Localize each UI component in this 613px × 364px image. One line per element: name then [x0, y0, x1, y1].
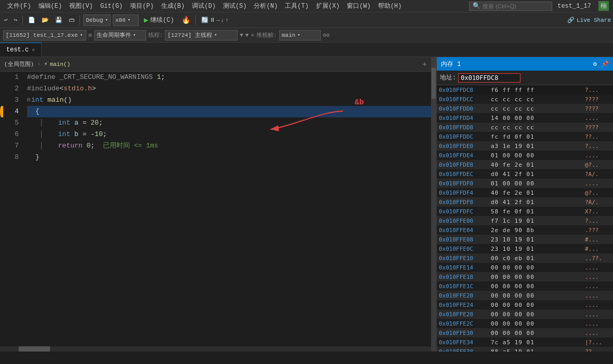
mem-chars: |?...	[585, 339, 611, 346]
toolbar-redo[interactable]: ↪	[12, 16, 20, 24]
mem-chars: .???	[585, 227, 611, 234]
breadcrumb-add-button[interactable]: +	[423, 60, 427, 69]
mem-addr: 0x010FFE24	[439, 302, 491, 308]
menu-git[interactable]: Git(G)	[97, 2, 126, 11]
mem-bytes: f6 ff ff ff	[491, 87, 585, 93]
lifecycle-label: 生命周期事件	[97, 31, 131, 39]
menu-test[interactable]: 测试(S)	[220, 1, 250, 11]
tab-close-button[interactable]: ✕	[32, 47, 35, 53]
toolbar-undo[interactable]: ↩	[2, 16, 10, 24]
menu-extensions[interactable]: 扩展(X)	[313, 1, 343, 11]
menu-view[interactable]: 视图(V)	[66, 1, 96, 11]
memory-row: 0x010FFDE0a3 1e 19 01?...	[437, 141, 613, 151]
toolbar-step-into[interactable]: ↓	[220, 17, 224, 23]
play-icon: ▶	[144, 16, 148, 24]
lifecycle-dropdown[interactable]: 生命周期事件 ▾	[94, 30, 146, 41]
share-icon: 🔗	[567, 17, 575, 23]
memory-row: 0x010FFDF001 00 00 00....	[437, 179, 613, 188]
thread-dropdown[interactable]: [12724] 主线程 ▾	[165, 30, 238, 41]
memory-row: 0x010FFE1800 00 00 00....	[437, 272, 613, 281]
arch-dropdown[interactable]: x86 ▾	[113, 15, 139, 26]
menu-analyze[interactable]: 分析(N)	[251, 1, 281, 11]
toolbar-step-over[interactable]: →	[216, 17, 220, 23]
menu-project[interactable]: 项目(P)	[127, 1, 157, 11]
search-icon: 🔍	[473, 2, 480, 10]
menu-build[interactable]: 生成(B)	[158, 1, 188, 11]
process-dropdown[interactable]: [11652] test_1_17.exe ▾	[3, 30, 86, 41]
address-input[interactable]	[458, 73, 520, 83]
memory-row: 0x010FFE2800 00 00 00....	[437, 309, 613, 319]
filter-icon2[interactable]: ▼	[245, 32, 249, 38]
mem-addr: 0x010FFE1C	[439, 283, 491, 290]
editor-scroll-thumb[interactable]	[432, 68, 436, 99]
filter-icon[interactable]: ▼	[240, 32, 243, 38]
breadcrumb-scope: (全局范围)	[4, 60, 34, 68]
memory-settings-icon[interactable]: ⚙	[593, 60, 597, 68]
mem-addr: 0x010FFDF8	[439, 199, 491, 206]
code-content[interactable]: #define _CRT_SECURE_NO_WARNINGS 1; #incl…	[23, 72, 431, 346]
chevron-icon: ▾	[105, 17, 108, 23]
line-numbers: 1 2 3 4 5 6 7 8	[4, 72, 23, 346]
memory-content[interactable]: 0x010FFDC8f6 ff ff ff?...0x010FFDCCcc cc…	[437, 85, 613, 352]
code-line-1: #define _CRT_SECURE_NO_WARNINGS 1;	[27, 72, 431, 83]
line-num-2: 2	[4, 83, 23, 95]
memory-row: 0x010FFE042e de 90 8b.???	[437, 225, 613, 235]
mem-chars: ?...	[585, 87, 611, 93]
menu-help[interactable]: 帮助(H)	[375, 1, 405, 11]
thread-value: [12724] 主线程	[167, 31, 212, 39]
code-line-7: │return 0; 已用时间 <= 1ms	[27, 140, 431, 152]
editor-scrollbar[interactable]	[431, 57, 436, 352]
search-box[interactable]: 🔍	[469, 2, 552, 11]
memory-row: 0x010FFE1400 00 00 00....	[437, 263, 613, 272]
frame-value: main	[282, 32, 295, 38]
mem-addr: 0x010FFDFC	[439, 208, 491, 215]
mem-addr: 0x010FFE2C	[439, 320, 491, 327]
mem-chars: ?...	[585, 218, 611, 224]
thread-label: 线程:	[148, 31, 163, 39]
mem-chars: ....	[585, 180, 611, 187]
code-editor[interactable]: 1 2 3 4 5 6 7 8 #define _CRT_SECURE_NO_W…	[0, 72, 431, 346]
toolbar-new[interactable]: 📄	[26, 16, 37, 24]
frame-dropdown[interactable]: main ▾	[279, 30, 321, 41]
menu-tools[interactable]: 工具(T)	[282, 1, 312, 11]
mem-chars: ....	[585, 311, 611, 318]
search-input[interactable]	[482, 3, 545, 9]
bottom-scrollbar[interactable]	[0, 346, 431, 352]
toolbar-stop[interactable]: 🔥	[179, 15, 192, 25]
mem-chars: X?..	[585, 208, 611, 215]
toolbar-restart[interactable]: 🔄	[201, 17, 208, 23]
live-share-button[interactable]: 🔗 Live Share	[567, 17, 611, 23]
memory-pin-icon[interactable]: 📌	[601, 60, 609, 68]
menu-debug[interactable]: 调试(D)	[189, 1, 219, 11]
toolbar-save-all[interactable]: 🗃	[67, 16, 76, 24]
mem-bytes: cc cc cc cc	[491, 124, 585, 131]
breadcrumb-func: main()	[50, 61, 71, 68]
gutter-line-2	[0, 83, 4, 95]
filter-icon3: ✕	[251, 32, 254, 38]
mem-addr: 0x010FFE34	[439, 339, 491, 346]
toolbar-pause[interactable]: ⏸	[210, 17, 215, 23]
horizontal-thumb[interactable]	[19, 346, 50, 352]
menu-file[interactable]: 文件(F)	[4, 1, 34, 11]
memory-row: 0x010FFE347c a5 19 01|?...	[437, 338, 613, 347]
line-num-3: 3	[4, 95, 23, 106]
memory-row: 0x010FFE0C23 10 19 01#...	[437, 244, 613, 253]
mem-bytes: 00 00 00 00	[491, 264, 585, 271]
mem-addr: 0x010FFDE4	[439, 152, 491, 159]
mem-chars: ?A/.	[585, 171, 611, 178]
menu-window[interactable]: 窗口(W)	[344, 1, 374, 11]
tab-test-c[interactable]: test.c ✕	[0, 43, 42, 57]
code-line-4: {	[27, 106, 431, 117]
mem-addr: 0x010FFE04	[439, 227, 491, 234]
toolbar-step-out[interactable]: ↑	[225, 17, 229, 23]
memory-row: 0x010FFE1000 c0 eb 01..??.	[437, 253, 613, 263]
continue-button[interactable]: ▶ 继续(C)	[141, 15, 177, 25]
mem-addr: 0x010FFE20	[439, 292, 491, 299]
live-share-label: Live Share	[577, 17, 611, 23]
mem-addr: 0x010FFDF4	[439, 190, 491, 196]
menu-edit[interactable]: 编辑(E)	[35, 1, 66, 11]
debug-config-dropdown[interactable]: Debug ▾	[83, 15, 110, 26]
memory-row: 0x010FFDCCcc cc cc cc????	[437, 95, 613, 104]
toolbar-save[interactable]: 💾	[53, 16, 64, 24]
toolbar-open[interactable]: 📂	[40, 16, 51, 24]
